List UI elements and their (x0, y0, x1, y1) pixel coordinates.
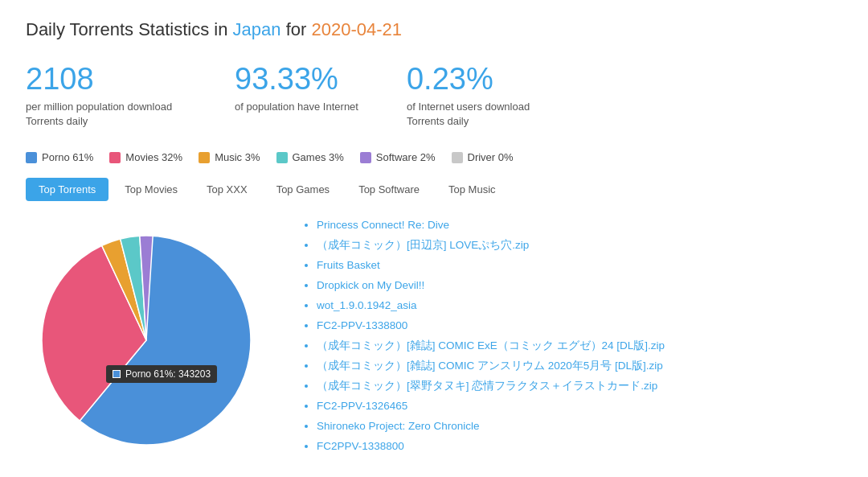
tab-btn-top-software[interactable]: Top Software (346, 178, 432, 201)
legend-box-3 (276, 152, 288, 163)
torrent-list-item[interactable]: Dropkick on My Devil!! (317, 276, 842, 296)
tab-btn-top-xxx[interactable]: Top XXX (194, 178, 260, 201)
legend-item-2: Music 3% (199, 151, 260, 163)
stat-block-1: 93.33% of population have Internet (235, 63, 358, 129)
legend-label-1: Movies 32% (125, 151, 182, 163)
legend-item-4: Software 2% (360, 151, 436, 163)
legend-item-3: Games 3% (276, 151, 344, 163)
page-title: Daily Torrents Statistics in Japan for 2… (26, 19, 842, 40)
torrent-list-item[interactable]: Fruits Basket (317, 256, 842, 276)
stat-label-0: per million population download Torrents… (26, 100, 186, 129)
stats-row: 2108 per million population download Tor… (26, 63, 842, 129)
stat-number-1: 93.33% (235, 63, 358, 97)
tabs-row: Top TorrentsTop MoviesTop XXXTop GamesTo… (26, 178, 842, 201)
title-date: 2020-04-21 (311, 19, 402, 39)
torrent-list-item[interactable]: （成年コミック）[雑誌] COMIC ExE（コミック エグゼ）24 [DL版]… (317, 336, 842, 356)
legend-label-0: Porno 61% (42, 151, 93, 163)
torrent-list-item[interactable]: FC2-PPV-1338800 (317, 316, 842, 336)
legend-item-0: Porno 61% (26, 151, 93, 163)
torrent-list-item[interactable]: wot_1.9.0.1942_asia (317, 296, 842, 316)
tab-btn-top-games[interactable]: Top Games (264, 178, 342, 201)
stat-number-2: 0.23% (407, 63, 567, 97)
tab-btn-top-movies[interactable]: Top Movies (112, 178, 190, 201)
title-prefix: Daily Torrents Statistics in (26, 19, 233, 39)
legend-item-5: Driver 0% (452, 151, 514, 163)
legend-row: Porno 61% Movies 32% Music 3% Games 3% S… (26, 151, 842, 163)
stat-label-2: of Internet users download Torrents dail… (407, 100, 567, 129)
title-country: Japan (233, 19, 281, 39)
legend-label-5: Driver 0% (468, 151, 514, 163)
stat-block-0: 2108 per million population download Tor… (26, 63, 186, 129)
legend-item-1: Movies 32% (109, 151, 182, 163)
pie-chart-area: Porno 61%: 343203 (26, 216, 283, 457)
title-middle: for (281, 19, 312, 39)
legend-label-4: Software 2% (376, 151, 436, 163)
torrent-list-item[interactable]: FC2-PPV-1326465 (317, 397, 842, 417)
legend-box-2 (199, 152, 210, 163)
stat-number-0: 2108 (26, 63, 186, 97)
tooltip-color-box (113, 370, 121, 378)
torrent-list-item[interactable]: （成年コミック）[田辺京] LOVEぷち穴.zip (317, 236, 842, 256)
legend-box-5 (452, 152, 463, 163)
torrent-list-items: Princess Connect! Re: Dive（成年コミック）[田辺京] … (302, 216, 842, 457)
torrent-list-item[interactable]: Shironeko Project: Zero Chronicle (317, 417, 842, 437)
torrent-list-item[interactable]: Princess Connect! Re: Dive (317, 216, 842, 236)
tooltip-text: Porno 61%: 343203 (125, 368, 211, 380)
tab-btn-top-torrents[interactable]: Top Torrents (26, 178, 108, 201)
torrent-list: Princess Connect! Re: Dive（成年コミック）[田辺京] … (302, 216, 842, 457)
legend-box-4 (360, 152, 371, 163)
pie-tooltip: Porno 61%: 343203 (106, 365, 217, 383)
stat-label-1: of population have Internet (235, 100, 358, 114)
legend-box-1 (109, 152, 121, 163)
torrent-list-item[interactable]: FC2PPV-1338800 (317, 437, 842, 457)
legend-label-2: Music 3% (215, 151, 260, 163)
legend-label-3: Games 3% (293, 151, 344, 163)
legend-box-0 (26, 152, 37, 163)
torrent-list-item[interactable]: （成年コミック）[翠野タヌキ] 恋情フラクタス＋イラストカード.zip (317, 376, 842, 397)
main-content: Porno 61%: 343203 Princess Connect! Re: … (26, 216, 842, 457)
pie-chart-svg (26, 216, 283, 457)
torrent-list-item[interactable]: （成年コミック）[雑誌] COMIC アンスリウム 2020年5月号 [DL版]… (317, 356, 842, 376)
tab-btn-top-music[interactable]: Top Music (436, 178, 509, 201)
stat-block-2: 0.23% of Internet users download Torrent… (407, 63, 567, 129)
